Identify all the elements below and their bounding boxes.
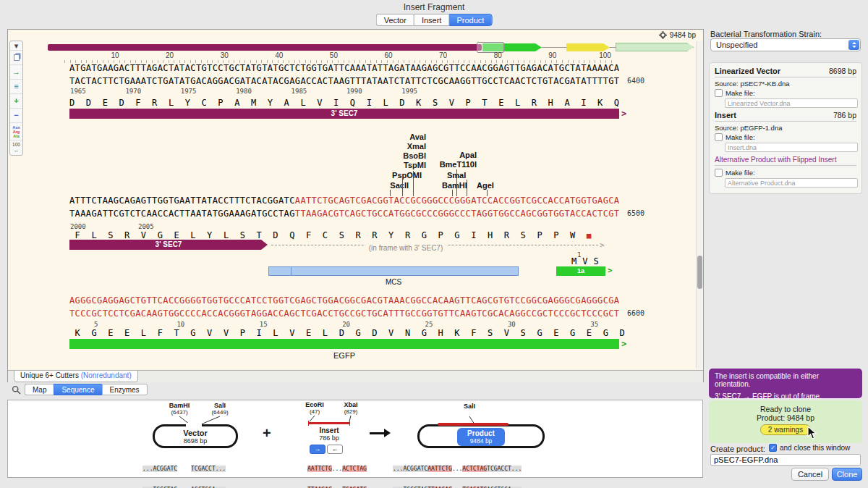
ruler-tick-label: 50: [283, 51, 338, 59]
ruler-tick-label: 80: [447, 51, 502, 59]
tab-vector[interactable]: Vector: [376, 14, 414, 26]
view-tab-sequence[interactable]: Sequence: [54, 384, 101, 395]
amino-acid-display-button[interactable]: Asn Arg Ala: [10, 123, 22, 140]
product-badge: Product 9484 bp: [457, 428, 505, 446]
close-window-checkbox[interactable]: ✓: [769, 444, 777, 452]
linearized-filename-input[interactable]: [725, 98, 858, 108]
insert-fragment-line[interactable]: [309, 422, 349, 424]
view-options-button[interactable]: ▾: [10, 41, 22, 51]
translation-row[interactable]: D D E D F R L Y C P A M Y A L V I Q I L …: [69, 98, 619, 108]
feature-bar-egfp[interactable]: [69, 339, 619, 349]
frame-continues-arrow: >: [600, 240, 605, 250]
magnifier-icon[interactable]: [12, 385, 21, 395]
feature-bar-egfp-start[interactable]: 1a: [556, 266, 605, 276]
insert-site-xbai: XbaI(829): [332, 402, 370, 415]
mcs-label: MCS: [268, 278, 519, 286]
enzyme-label-sacii[interactable]: SacII: [355, 181, 409, 190]
sequence-panel: 9484 bp 102030405060708090100 ATGATGAAGA…: [7, 29, 704, 382]
add-translation-button[interactable]: +: [10, 94, 22, 109]
to-product-arrow-icon: [370, 432, 384, 434]
right-position-number: 6600: [627, 309, 644, 317]
mouse-cursor-icon: [807, 426, 817, 440]
product-site-sali: SalI: [451, 403, 488, 410]
cancel-button[interactable]: Cancel: [791, 468, 829, 481]
vertical-scrollbar[interactable]: [696, 41, 702, 369]
feature-bar-mcs[interactable]: [268, 266, 519, 276]
enzyme-label-pspomi[interactable]: PspOMI: [355, 171, 422, 180]
display-lines-button[interactable]: ≡: [10, 80, 22, 94]
cutters-tab[interactable]: Unique 6+ Cutters (Nonredundant): [14, 370, 138, 382]
aa-position-number: 1975: [181, 88, 236, 95]
vector-site-bamhi: BamHI(6437): [158, 403, 200, 416]
vector-plasmid[interactable]: Vector 8698 bp: [153, 424, 238, 448]
insert-make-file-checkbox[interactable]: [715, 133, 723, 141]
insert-filename-input[interactable]: [725, 143, 858, 152]
frame-note: (in frame with 3' SEC7): [319, 240, 493, 253]
right-position-number: 6500: [627, 209, 644, 217]
scrollbar-thumb[interactable]: [697, 256, 702, 289]
insert-site-ecori: EcoRI(47): [296, 402, 333, 415]
export-button[interactable]: →: [10, 65, 22, 80]
aa-position-number: 10: [176, 321, 259, 328]
enzyme-label-bamhi[interactable]: BamHI: [442, 181, 467, 190]
insert-end-tick: [308, 421, 309, 426]
enzyme-label[interactable]: AvaI: [355, 132, 426, 142]
linearized-make-file-row: Make file:: [715, 89, 856, 97]
egfp-start-translation[interactable]: M V S: [571, 257, 599, 266]
mcs-divider: [291, 267, 292, 275]
feature-continues-arrow: >: [621, 109, 626, 119]
vector-insert-product-tabs: Vector Insert Product: [376, 14, 493, 26]
make-file-label: Make file:: [726, 133, 755, 141]
aa-position-number: 20: [342, 321, 425, 328]
tab-insert[interactable]: Insert: [414, 14, 449, 26]
feature-bar-sec7-end[interactable]: 3' SEC7: [69, 240, 268, 250]
view-tab-map[interactable]: Map: [25, 384, 54, 395]
translation-row[interactable]: F L S R V G E L Y L S T D Q F C S R R Y …: [69, 231, 592, 240]
alternative-make-file-checkbox[interactable]: [715, 169, 723, 177]
alternative-filename-input[interactable]: [725, 178, 858, 188]
strain-value: Unspecified: [711, 41, 848, 49]
insert-fragment-dialog: { "window": { "title": "Insert Fragment"…: [0, 0, 868, 488]
sequence-top-strand[interactable]: ATTTCTAAGCAGAGTTGGTGAATTATACCTTTCTACGGAT…: [69, 196, 619, 206]
aa-position-number: 30: [508, 321, 590, 328]
view-tab-enzymes[interactable]: Enzymes: [102, 384, 148, 395]
overview-vector-feature[interactable]: [48, 44, 482, 51]
translation-row[interactable]: K G E E L F T G V V P I L V E L D G D V …: [69, 329, 625, 338]
sequence-bottom-strand[interactable]: TCCCGCTCCTCGACAAGTGGCCCCACCACGGGTAGGACCA…: [69, 309, 619, 319]
collapse-button[interactable]: −: [10, 109, 22, 123]
ruler-tick-label: 40: [229, 51, 284, 59]
sequence-bottom-strand[interactable]: TAAAGATTCGTCTCAACCACTTAATATGGAAAGATGCCTA…: [69, 209, 619, 219]
numbering-button[interactable]: 100 ↔: [10, 140, 22, 155]
overview-pale-feature[interactable]: [616, 43, 694, 51]
enzyme-label-apai[interactable]: ApaI: [413, 151, 477, 159]
aa-position-number: 2005: [138, 223, 154, 230]
overview-yellow-feature[interactable]: [566, 43, 610, 51]
alternative-make-file-row: Make file:: [715, 169, 856, 177]
insert-end-sequences: AATTCTG...ACTCTAG TTAAGAC...TGAGATC: [307, 452, 367, 488]
clone-button[interactable]: Clone: [832, 468, 862, 481]
ruler: 102030405060708090100: [64, 51, 611, 59]
insert-size: 786 bp: [833, 111, 856, 119]
sequence-bottom-strand[interactable]: TACTACTTCTGAAATCTGATATGACAGGACGATACATACG…: [69, 77, 619, 86]
vector-end-sequences: TCGACCT... AGCTGGA...: [191, 452, 226, 488]
orientation-notice: The insert is compatible in either orien…: [709, 369, 862, 398]
gear-icon[interactable]: [659, 31, 667, 39]
feature-bar-sec7[interactable]: 3' SEC7: [69, 109, 619, 119]
copy-button[interactable]: [10, 51, 22, 65]
enzyme-label-bmet110i[interactable]: BmeT110I: [413, 160, 477, 169]
linearized-make-file-checkbox[interactable]: [715, 89, 723, 97]
cutters-tab-label: Unique 6+ Cutters: [20, 371, 79, 379]
warnings-button[interactable]: 2 warnings: [760, 424, 811, 435]
product-name: Product: [457, 429, 505, 437]
sequence-top-strand[interactable]: AGGGCGAGGAGCTGTTCACCGGGGTGGTGCCCATCCTGGT…: [69, 296, 619, 306]
tab-product[interactable]: Product: [448, 14, 492, 26]
aa-position-number: 1995: [401, 88, 456, 95]
cutters-tab-suffix: (Nonredundant): [81, 371, 132, 379]
product-filename-input[interactable]: [710, 454, 861, 466]
strain-select[interactable]: Unspecified: [710, 38, 861, 51]
enzyme-label-agei[interactable]: AgeI: [477, 181, 494, 190]
ruler-tick-label: 100: [556, 51, 611, 59]
linearized-vector-source: Source: pSEC7*-KB.dna: [715, 80, 856, 88]
vector-site-sali: SalI(6449): [200, 403, 239, 416]
sequence-top-strand[interactable]: ATGATGAAGACTTTAGACTATACTGTCCTGCTATGTATGC…: [69, 64, 619, 73]
